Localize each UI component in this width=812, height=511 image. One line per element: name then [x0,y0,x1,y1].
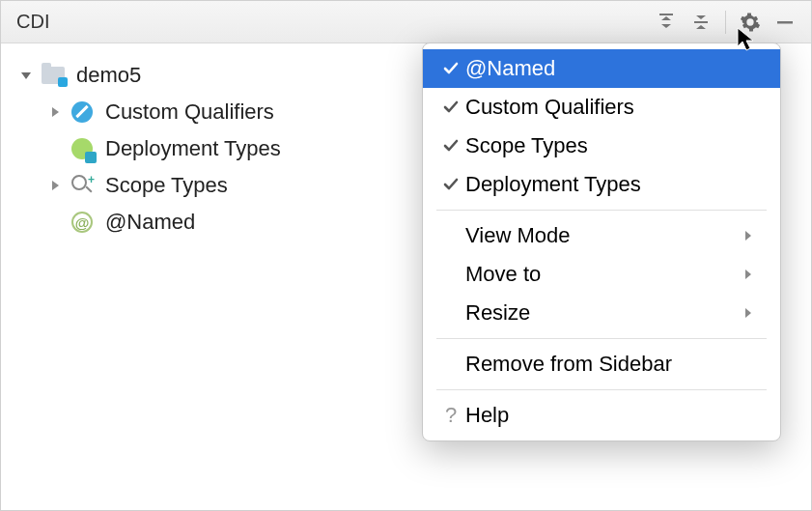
menu-separator [436,389,767,390]
chevron-right-icon [743,268,763,281]
menu-separator [436,338,767,339]
expand-all-button[interactable] [650,6,683,39]
scope-icon: + [69,172,96,199]
check-icon [436,137,465,155]
tree-label: @Named [105,210,195,235]
panel-header: CDI [1,1,811,43]
menu-label: View Mode [465,223,743,248]
menu-toggle-deployment-types[interactable]: Deployment Types [423,165,780,204]
svg-rect-2 [777,21,793,24]
tree-label: demo5 [76,63,141,88]
menu-label: Deployment Types [465,172,763,197]
menu-toggle-custom-qualifiers[interactable]: Custom Qualifiers [423,88,780,127]
menu-move-to[interactable]: Move to [423,255,780,294]
expand-all-icon [657,13,676,32]
chevron-right-icon[interactable] [45,176,65,195]
gear-dropdown-menu: @Named Custom Qualifiers Scope Types Dep… [422,43,781,441]
chevron-right-icon[interactable] [45,102,65,122]
check-icon [436,176,465,193]
gear-button[interactable] [734,6,767,39]
svg-rect-1 [694,21,708,23]
menu-separator [436,210,767,211]
menu-label: Resize [465,300,743,326]
qualifier-icon [69,99,96,126]
check-icon [436,60,465,77]
collapse-all-button[interactable] [685,6,717,39]
toolbar-separator [725,11,726,34]
menu-remove-from-sidebar[interactable]: Remove from Sidebar [423,345,780,383]
deployment-icon [69,135,96,162]
tree-label: Scope Types [105,173,228,198]
header-toolbar [650,6,801,39]
help-icon: ? [436,403,465,428]
at-icon: @ [69,209,96,236]
menu-label: @Named [465,56,763,81]
panel-title: CDI [16,11,650,33]
menu-label: Custom Qualifiers [465,95,763,120]
menu-label: Remove from Sidebar [465,352,763,377]
menu-toggle-scope-types[interactable]: Scope Types [423,127,780,165]
chevron-down-icon[interactable] [16,66,36,85]
menu-label: Scope Types [465,133,763,158]
svg-rect-0 [659,14,673,15]
minimize-button[interactable] [769,6,801,39]
chevron-right-icon [743,306,763,320]
chevron-right-icon [743,229,763,242]
folder-icon [40,62,67,89]
tree-label: Custom Qualifiers [105,99,274,125]
menu-toggle-named[interactable]: @Named [423,49,780,88]
menu-resize[interactable]: Resize [423,294,780,332]
menu-view-mode[interactable]: View Mode [423,216,780,255]
gear-icon [740,12,761,33]
minimize-icon [776,14,794,31]
tree-label: Deployment Types [105,136,281,161]
menu-help[interactable]: ? Help [423,396,780,435]
menu-label: Move to [465,262,743,287]
collapse-all-icon [691,13,711,32]
menu-label: Help [465,403,763,428]
check-icon [436,99,465,116]
